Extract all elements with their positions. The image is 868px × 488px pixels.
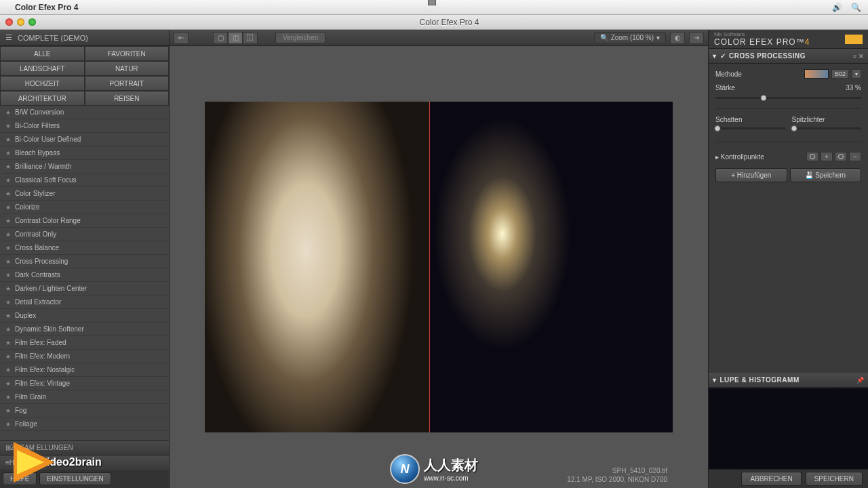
category-landschaft[interactable]: LANDSCHAFT — [0, 61, 85, 76]
filter-item[interactable]: ★Bleach Bypass — [0, 146, 169, 160]
filter-item[interactable]: ★Bi-Color Filters — [0, 119, 169, 133]
filter-item[interactable]: ★B/W Conversion — [0, 106, 169, 119]
filter-item[interactable]: ★Fog — [0, 404, 169, 418]
star-icon[interactable]: ★ — [5, 109, 11, 116]
split-tab[interactable] — [428, 0, 436, 5]
split-divider[interactable] — [429, 102, 430, 432]
slider-thumb[interactable] — [715, 125, 721, 131]
filter-item[interactable]: ★Detail Extractor — [0, 296, 169, 309]
add-positive-cp-plus[interactable]: + — [821, 152, 833, 161]
star-icon[interactable]: ★ — [5, 272, 11, 279]
filter-list[interactable]: ★B/W Conversion★Bi-Color Filters★Bi-Colo… — [0, 106, 169, 440]
preset-library-header[interactable]: ☰ COMPLETE (DEMO) — [0, 30, 169, 46]
star-icon[interactable]: ★ — [5, 326, 11, 333]
star-icon[interactable]: ★ — [5, 123, 11, 129]
star-icon[interactable]: ★ — [5, 353, 11, 360]
slider-thumb[interactable] — [791, 125, 797, 131]
filter-item[interactable]: ★Cross Processing — [0, 255, 169, 268]
star-icon[interactable]: ★ — [5, 421, 11, 428]
star-icon[interactable]: ★ — [5, 285, 11, 292]
category-natur[interactable]: NATUR — [85, 61, 170, 76]
filter-item[interactable]: ★Film Efex: Vintage — [0, 377, 169, 390]
spotlight-icon[interactable]: 🔍 — [851, 3, 861, 12]
mac-app-name[interactable]: Color Efex Pro 4 — [15, 3, 78, 12]
filter-item[interactable]: ★Film Efex: Faded — [0, 336, 169, 350]
filter-section-header[interactable]: ▾ ✓ CROSS PROCESSING ≡ ✕ — [709, 49, 868, 64]
split-view-button[interactable]: ◫ — [228, 32, 243, 44]
star-icon[interactable]: ★ — [5, 136, 11, 143]
histogram-area[interactable] — [709, 388, 868, 469]
panel-toggle-button[interactable]: ⇤ — [174, 32, 189, 44]
add-filter-button[interactable]: + Hinzufügen — [715, 168, 787, 182]
star-icon[interactable]: ★ — [5, 299, 11, 306]
background-toggle-button[interactable]: ◐ — [670, 32, 685, 44]
shadows-slider[interactable] — [715, 127, 785, 129]
filter-item[interactable]: ★Foliage — [0, 418, 169, 431]
category-reisen[interactable]: REISEN — [85, 91, 170, 106]
loupe-section-header[interactable]: ▾ LUPE & HISTOGRAMM 📌 — [709, 373, 868, 388]
filter-item[interactable]: ★Bi-Color User Defined — [0, 133, 169, 146]
image-preview[interactable] — [205, 102, 673, 432]
menu-icon[interactable]: ☰ — [5, 33, 12, 42]
filter-item[interactable]: ★Darken / Lighten Center — [0, 282, 169, 296]
panel-toggle-right-button[interactable]: ⇥ — [689, 32, 704, 44]
star-icon[interactable]: ★ — [5, 218, 11, 224]
filter-item[interactable]: ★Film Grain — [0, 390, 169, 404]
zoom-selector[interactable]: 🔍 Zoom (100 %) ▾ — [594, 32, 666, 43]
add-negative-cp-minus[interactable]: − — [849, 152, 861, 161]
star-icon[interactable]: ★ — [5, 190, 11, 197]
single-view-button[interactable]: ▢ — [213, 32, 228, 44]
filter-item[interactable]: ★Dynamic Skin Softener — [0, 323, 169, 336]
star-icon[interactable]: ★ — [5, 380, 11, 387]
add-positive-cp-button[interactable] — [806, 152, 818, 161]
filter-item[interactable]: ★Dark Contrasts — [0, 268, 169, 282]
filter-close-icon[interactable]: ✕ — [859, 53, 865, 60]
method-dropdown-icon[interactable]: ▾ — [852, 69, 861, 79]
slider-thumb[interactable] — [760, 95, 766, 101]
category-hochzeit[interactable]: HOCHZEIT — [0, 76, 85, 91]
filter-item[interactable]: ★Cross Balance — [0, 241, 169, 255]
star-icon[interactable]: ★ — [5, 394, 11, 401]
filter-item[interactable]: ★Color Stylizer — [0, 187, 169, 201]
split-handle-icon[interactable]: ↔ — [425, 5, 432, 14]
category-favoriten[interactable]: FAVORITEN — [85, 46, 170, 61]
filter-item[interactable]: ★Classical Soft Focus — [0, 174, 169, 187]
cancel-button[interactable]: ABBRECHEN — [741, 472, 801, 486]
highlights-slider[interactable] — [792, 127, 862, 129]
add-negative-cp-button[interactable] — [835, 152, 847, 161]
filter-item[interactable]: ★Film Efex: Modern — [0, 350, 169, 363]
control-points-row[interactable]: ▸ Kontrollpunkte + − — [715, 149, 861, 164]
filter-item[interactable]: ★Contrast Color Range — [0, 214, 169, 228]
filter-item[interactable]: ★Contrast Only — [0, 228, 169, 241]
method-selector[interactable]: B02 ▾ — [804, 69, 861, 79]
star-icon[interactable]: ★ — [5, 340, 11, 346]
filter-item[interactable]: ★Brilliance / Warmth — [0, 160, 169, 174]
category-portrait[interactable]: PORTRAIT — [85, 76, 170, 91]
filter-item[interactable]: ★Film Efex: Nostalgic — [0, 363, 169, 377]
volume-icon[interactable]: 🔊 — [832, 3, 842, 12]
star-icon[interactable]: ★ — [5, 312, 11, 319]
star-icon[interactable]: ★ — [5, 231, 11, 238]
apply-button[interactable]: SPEICHERN — [806, 472, 863, 486]
category-architektur[interactable]: ARCHITEKTUR — [0, 91, 85, 106]
save-recipe-button[interactable]: 💾 Speichern — [790, 168, 862, 182]
zoom-window-button[interactable] — [28, 18, 36, 26]
star-icon[interactable]: ★ — [5, 258, 11, 265]
filter-menu-icon[interactable]: ≡ — [853, 53, 857, 60]
star-icon[interactable]: ★ — [5, 367, 11, 373]
minimize-window-button[interactable] — [17, 18, 24, 26]
star-icon[interactable]: ★ — [5, 150, 11, 157]
close-window-button[interactable] — [5, 18, 13, 26]
check-icon[interactable]: ✓ — [720, 52, 726, 60]
filter-item[interactable]: ★Duplex — [0, 309, 169, 323]
pin-icon[interactable]: 📌 — [856, 377, 865, 384]
filter-item[interactable]: ★Colorize — [0, 201, 169, 214]
star-icon[interactable]: ★ — [5, 204, 11, 211]
compare-button[interactable]: Vergleichen — [275, 32, 326, 43]
star-icon[interactable]: ★ — [5, 163, 11, 170]
star-icon[interactable]: ★ — [5, 407, 11, 414]
star-icon[interactable]: ★ — [5, 245, 11, 251]
star-icon[interactable]: ★ — [5, 177, 11, 184]
strength-slider[interactable] — [715, 97, 861, 99]
side-view-button[interactable]: ⿰ — [243, 32, 258, 44]
